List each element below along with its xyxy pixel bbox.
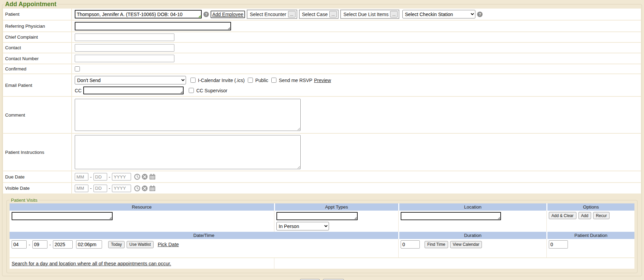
form-row-comment: Comment [3, 97, 641, 134]
icalendar-checkbox[interactable] [190, 78, 196, 83]
resource-combo [12, 212, 113, 220]
page-title: Add Appointment [4, 1, 58, 8]
location-header: Location [398, 203, 546, 211]
select-case-ellipsis-button[interactable]: ... [329, 11, 337, 17]
cc-supervisor-label: CC Supervisor [196, 88, 227, 93]
visits-header-row: Resource Appt Types Location Options [10, 203, 634, 211]
visit-time-input[interactable] [76, 240, 102, 249]
resource-input[interactable] [12, 212, 113, 220]
rsvp-checkbox[interactable] [271, 78, 276, 83]
due-date-calendar-icon[interactable] [149, 174, 156, 180]
select-due-list-label: Select Due List Items [343, 12, 388, 17]
due-date-label: Due Date [3, 171, 72, 182]
visible-date-clear-icon[interactable] [142, 185, 148, 191]
comment-field [72, 97, 641, 133]
select-encounter-label: Select Encounter [250, 12, 286, 17]
cc-supervisor-checkbox[interactable] [189, 88, 194, 93]
visits-entry-row: In Person Add & Clear Add Recur [10, 211, 634, 232]
patient-combo [75, 10, 202, 18]
contact-input[interactable] [75, 44, 174, 52]
date-time-cell: - - Today Use Waitlist Pick Date [10, 239, 398, 257]
date-separator: - [49, 242, 51, 247]
date-separator: - [90, 186, 92, 191]
select-due-list-group[interactable]: Select Due List Items ... [340, 10, 399, 19]
due-date-day-input[interactable] [94, 173, 107, 181]
patient-visits-table: Resource Appt Types Location Options [10, 203, 634, 269]
contact-label: Contact [3, 43, 72, 53]
due-date-clear-icon[interactable] [142, 174, 148, 180]
add-clear-button[interactable]: Add & Clear [549, 212, 576, 219]
appt-mode-select[interactable]: In Person [276, 222, 329, 230]
resource-cell [10, 211, 274, 232]
location-combo [401, 212, 501, 220]
appt-type-combo [276, 212, 358, 220]
form-row-patient: Patient ? Add Employee Select Encounter … [3, 9, 641, 21]
visible-date-label: Visible Date [3, 183, 72, 194]
patient-help-icon[interactable]: ? [203, 12, 209, 17]
visible-date-field: - - [72, 183, 641, 194]
date-separator: - [29, 242, 30, 247]
form-row-chief-complaint: Chief Complaint [3, 32, 641, 43]
referring-physician-input[interactable] [75, 22, 231, 30]
checkin-station-select[interactable]: Select Checkin Station [402, 10, 475, 18]
appt-type-input[interactable] [276, 212, 358, 220]
resource-header: Resource [10, 203, 274, 211]
contact-field [72, 43, 641, 53]
today-button[interactable]: Today [108, 241, 125, 248]
add-button[interactable]: Add [578, 212, 591, 219]
due-date-icons [134, 174, 156, 180]
patient-duration-input[interactable] [549, 240, 568, 249]
select-encounter-ellipsis-button[interactable]: ... [288, 11, 296, 17]
referring-physician-field [72, 21, 641, 31]
visit-month-input[interactable] [12, 240, 27, 249]
date-time-header: Date/Time [10, 232, 398, 239]
checkin-help-icon[interactable]: ? [477, 12, 483, 17]
patient-instructions-label: Patient Instructions [3, 134, 72, 171]
visits-datetime-row: - - Today Use Waitlist Pick Date Find Ti… [10, 239, 634, 257]
search-day-location-link[interactable]: Search for a day and location where all … [12, 261, 171, 266]
options-cell: Add & Clear Add Recur [546, 211, 634, 232]
patient-field: ? Add Employee Select Encounter ... Sele… [72, 9, 641, 20]
patient-visits-title: Patient Visits [10, 198, 39, 203]
due-date-month-input[interactable] [75, 173, 88, 181]
preview-link[interactable]: Preview [314, 78, 331, 83]
email-send-select[interactable]: Don't Send [75, 76, 186, 84]
due-date-year-input[interactable] [112, 173, 131, 181]
rsvp-label: Send me RSVP [279, 78, 312, 83]
form-row-due-date: Due Date - - [3, 171, 641, 183]
select-case-group[interactable]: Select Case ... [299, 10, 339, 19]
add-employee-link[interactable]: Add Employee [211, 11, 245, 18]
add-appointment-section: Add Appointment Patient ? Add Employee S… [2, 1, 642, 276]
visible-date-year-input[interactable] [112, 185, 131, 192]
visible-date-month-input[interactable] [75, 185, 88, 192]
select-due-list-ellipsis-button[interactable]: ... [390, 11, 398, 17]
cc-input[interactable] [83, 86, 184, 94]
contact-number-field [72, 53, 641, 64]
visible-date-day-input[interactable] [94, 185, 107, 192]
select-encounter-group[interactable]: Select Encounter ... [247, 10, 297, 19]
view-calendar-button[interactable]: View Calendar [450, 241, 482, 248]
location-input[interactable] [401, 212, 501, 220]
visit-day-input[interactable] [32, 240, 47, 249]
form-row-email-patient: Email Patient Don't Send I-Calendar Invi… [3, 74, 641, 97]
confirmed-checkbox[interactable] [75, 66, 80, 71]
public-checkbox[interactable] [248, 78, 253, 83]
duration-input[interactable] [401, 240, 420, 249]
patient-duration-cell [546, 239, 634, 257]
appt-types-cell: In Person [274, 211, 398, 232]
patient-input[interactable] [75, 10, 202, 18]
form-row-visible-date: Visible Date - - [3, 183, 641, 194]
comment-textarea[interactable] [75, 99, 301, 131]
visible-date-calendar-icon[interactable] [149, 185, 156, 191]
contact-number-input[interactable] [75, 55, 174, 62]
pick-date-link[interactable]: Pick Date [158, 242, 179, 247]
use-waitlist-button[interactable]: Use Waitlist [127, 241, 154, 248]
chief-complaint-input[interactable] [75, 34, 174, 41]
visit-year-input[interactable] [53, 240, 73, 249]
form-row-patient-instructions: Patient Instructions [3, 134, 641, 171]
recur-button[interactable]: Recur [593, 212, 610, 219]
due-date-time-icon[interactable] [134, 174, 140, 180]
patient-instructions-textarea[interactable] [75, 135, 301, 169]
visible-date-time-icon[interactable] [134, 185, 140, 191]
find-time-button[interactable]: Find Time [425, 241, 448, 248]
